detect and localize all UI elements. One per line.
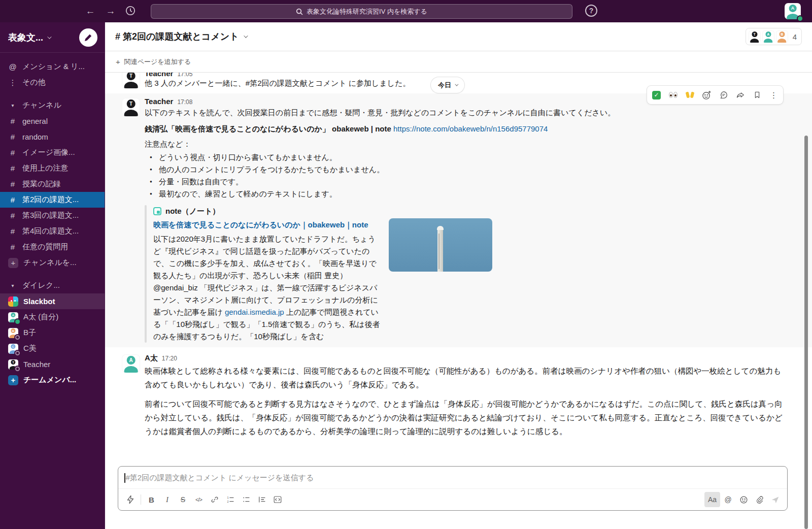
user-avatar-initial: A xyxy=(789,5,797,12)
help-button[interactable]: ? xyxy=(585,5,597,17)
emoji-button[interactable] xyxy=(736,492,752,507)
sidebar-channel-session4[interactable]: # 第4回の課題文... xyxy=(0,223,105,239)
note-article-link[interactable]: https://note.com/obakeweb/n/n156d9577907… xyxy=(393,124,548,133)
dm-bko[interactable]: B B子 xyxy=(0,325,105,341)
message-author[interactable]: Teacher xyxy=(145,73,173,78)
send-button[interactable] xyxy=(767,492,783,507)
unfurl-thumbnail-image[interactable] xyxy=(389,218,492,272)
workspace-name[interactable]: 表象文... xyxy=(8,31,43,44)
avatar[interactable]: A xyxy=(122,354,140,438)
member-count: 4 xyxy=(793,32,797,41)
channels-section-header[interactable]: ▾ チャンネル xyxy=(0,97,105,113)
reaction-white-check-mark[interactable]: ✓ xyxy=(648,87,665,103)
teacher-message: ✓ ⋮ T xyxy=(105,93,812,347)
bold-button[interactable]: B xyxy=(144,492,159,507)
ata-message: A A太 17:20 映画体験として総称される様々な要素には、回復可能であるもの… xyxy=(105,347,812,443)
sidebar-channel-random[interactable]: # random xyxy=(0,129,105,145)
hash-icon: # xyxy=(8,243,17,251)
code-block-button[interactable] xyxy=(269,492,285,507)
add-channel-button[interactable]: + チャンネルを... xyxy=(0,255,105,271)
ordered-list-button[interactable]: 12 xyxy=(222,492,238,507)
search-input[interactable]: 表象文化論特殊研究演習IV 内を検索する xyxy=(151,4,572,19)
main-content: # 第2回の課題文献とコメント T A B 4 + 関連ページを追加する 今日 … xyxy=(105,22,812,529)
dm-teacher[interactable]: T Teacher xyxy=(0,356,105,372)
sidebar-item-more[interactable]: ⋮ その他 xyxy=(0,75,105,90)
sidebar-channel-questions[interactable]: # 任意の質問用 xyxy=(0,239,105,255)
channel-title[interactable]: # 第2回の課題文献とコメント xyxy=(115,30,239,43)
avatar: B xyxy=(8,328,18,338)
new-message-button[interactable] xyxy=(79,28,97,47)
sidebar-channel-usage-notes[interactable]: # 使用上の注意 xyxy=(0,160,105,176)
avatar[interactable]: T xyxy=(122,98,140,343)
message-paragraph: 以下のテキストを読んで、次回授業日の前日までに感想・疑問・意見・批判などのコメン… xyxy=(145,107,784,119)
strikethrough-button[interactable]: S xyxy=(175,492,191,507)
sidebar-channel-session3[interactable]: # 第3回の課題文... xyxy=(0,208,105,223)
attach-file-button[interactable] xyxy=(752,492,767,507)
reaction-raised-hands[interactable] xyxy=(682,87,698,103)
share-message-button[interactable] xyxy=(732,87,749,103)
paperclip-icon xyxy=(756,495,764,504)
member-avatar: B xyxy=(776,30,788,43)
reaction-eyes[interactable] xyxy=(665,87,682,103)
bullet-item: 最初なので、練習として軽めのテキストにします。 xyxy=(159,188,784,200)
history-forward-button[interactable]: → xyxy=(104,5,118,17)
dm-section-header[interactable]: ▾ ダイレク... xyxy=(0,278,105,293)
member-list-button[interactable]: T A B 4 xyxy=(746,28,802,45)
message-time[interactable]: 17:20 xyxy=(162,355,177,362)
sidebar-channel-session2-selected[interactable]: # 第2回の課題文... xyxy=(0,192,105,208)
sidebar-channel-class-records[interactable]: # 授業の記録 xyxy=(0,176,105,192)
avatar: C xyxy=(8,344,18,354)
save-bookmark-button[interactable] xyxy=(749,87,765,103)
more-actions-button[interactable]: ⋮ xyxy=(765,87,782,103)
share-arrow-icon xyxy=(736,90,745,100)
channel-header: # 第2回の課題文献とコメント T A B 4 xyxy=(105,22,812,51)
sidebar-channel-images[interactable]: # イメージ画像... xyxy=(0,145,105,160)
dm-slackbot[interactable]: Slackbot xyxy=(0,293,105,309)
presence-offline-icon xyxy=(14,366,21,372)
caret-down-icon: ▾ xyxy=(8,103,17,108)
date-divider-button[interactable]: 今日 xyxy=(430,77,465,93)
bullet-list-button[interactable] xyxy=(238,492,254,507)
message-author[interactable]: A太 xyxy=(145,353,158,363)
dm-cmi[interactable]: C C美 xyxy=(0,341,105,356)
gendai-link[interactable]: gendai.ismedia.jp xyxy=(225,308,284,316)
blockquote-button[interactable] xyxy=(254,492,269,507)
composer-input[interactable]: #第2回の課題文献とコメント にメッセージを送信する xyxy=(118,467,787,489)
dm-ata-self[interactable]: A A太 (自分) xyxy=(0,309,105,325)
bullet-item: 他の人のコメントにリプライをつけるかたちでもかまいません。 xyxy=(159,163,784,176)
message-time[interactable]: 17:08 xyxy=(177,98,192,106)
invite-members-button[interactable]: + チームメンバ... xyxy=(0,372,105,388)
shortcuts-button[interactable] xyxy=(122,492,138,507)
reference-line: 銭清弘「映画を倍速で見ることのなにがわるいのか」 obakeweb | note… xyxy=(145,123,784,135)
hash-icon: # xyxy=(8,195,17,204)
italic-button[interactable]: I xyxy=(159,492,175,507)
svg-text:1: 1 xyxy=(227,496,228,499)
composer-toolbar: B I S </> 12 Aa @ xyxy=(118,488,787,510)
reply-thread-button[interactable] xyxy=(715,87,732,103)
link-unfurl: note（ノート） 映画を倍速で見ることのなにがわるいのか｜obakeweb｜n… xyxy=(145,205,784,343)
message-author[interactable]: Teacher xyxy=(145,97,173,106)
history-clock-icon[interactable] xyxy=(125,5,139,16)
code-button[interactable]: </> xyxy=(191,492,207,507)
sidebar-channel-general[interactable]: # general xyxy=(0,113,105,129)
hash-icon: # xyxy=(8,148,17,157)
message-paragraph: 前者について回復不可能であると判断する見方はなさそうなので、ひとまず論点は「身体… xyxy=(145,397,784,438)
avatar: A xyxy=(8,312,18,322)
link-button[interactable] xyxy=(207,492,222,507)
avatar[interactable]: T xyxy=(122,73,140,89)
chevron-down-icon xyxy=(455,83,458,86)
scrollbar[interactable] xyxy=(804,136,808,529)
at-icon: @ xyxy=(8,62,17,71)
presence-indicator xyxy=(797,15,803,22)
unfurl-title-link[interactable]: 映画を倍速で見ることのなにがわるいのか｜obakeweb｜note xyxy=(153,218,382,232)
message-time[interactable]: 17:05 xyxy=(177,73,192,78)
sidebar-item-mentions[interactable]: @ メンション & リ... xyxy=(0,59,105,75)
mention-button[interactable]: @ xyxy=(720,492,736,507)
history-back-button[interactable]: ← xyxy=(83,5,97,17)
show-formatting-button[interactable]: Aa xyxy=(704,492,720,507)
add-reaction-button[interactable] xyxy=(698,87,715,103)
presence-offline-icon xyxy=(14,334,21,341)
user-avatar[interactable]: A xyxy=(785,3,801,19)
emoji-plus-icon xyxy=(702,90,712,100)
add-bookmark-button[interactable]: 関連ページを追加する xyxy=(124,57,191,67)
